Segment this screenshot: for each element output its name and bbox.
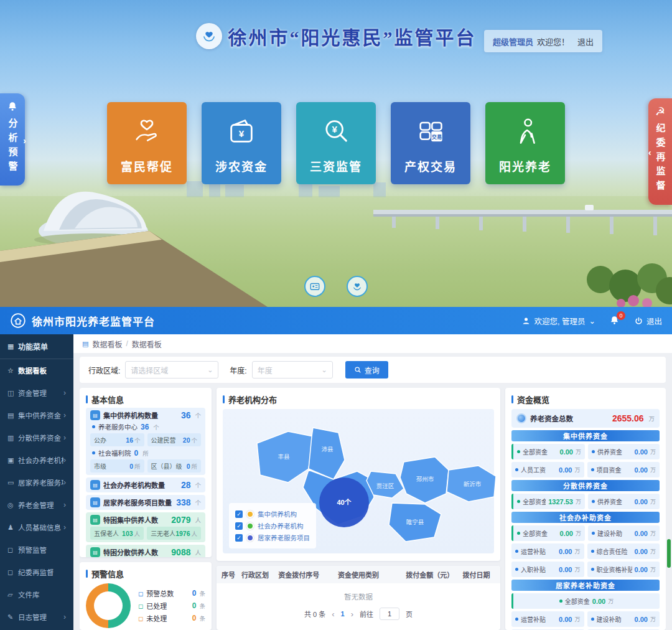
checkbox-central-institutions[interactable]: ✓ bbox=[235, 510, 243, 518]
hand-heart-icon bbox=[129, 114, 164, 149]
tile-sanzi-jianguan[interactable]: ¥ 三资监管 bbox=[296, 102, 376, 184]
region-label: 睢宁县 bbox=[406, 519, 424, 525]
next-page-button[interactable]: › bbox=[351, 609, 353, 619]
welcome-text: 欢迎您, 管理员 bbox=[534, 315, 586, 327]
tile-label: 富民帮促 bbox=[121, 158, 173, 174]
warning-donut-chart bbox=[86, 583, 131, 628]
warning-total-row: ◻ 预警总数 0 条 bbox=[138, 588, 205, 598]
basic-info-title: 基本信息 bbox=[91, 393, 124, 405]
region-label: 新沂市 bbox=[464, 481, 482, 487]
sidebar-item-personnel-info[interactable]: ♟ 人员基础信息 › bbox=[0, 516, 73, 538]
fund-cell: 职业资格补贴0.00万 bbox=[587, 562, 660, 577]
region-filter-label: 行政区域: bbox=[88, 365, 120, 375]
dashboard-logo-icon bbox=[10, 313, 26, 329]
sidebar-item-warning-supervision[interactable]: ◻ 预警监管 bbox=[0, 538, 73, 561]
coin-icon: ◎ bbox=[7, 501, 18, 509]
stat-subcell: 市级0所 bbox=[90, 459, 144, 472]
doc-badge-icon: ▤ bbox=[90, 547, 100, 557]
funds-panel-title: 资金概览 bbox=[517, 393, 549, 405]
stat-subcell: 区（县）级0所 bbox=[147, 459, 202, 472]
yellow-pin-icon bbox=[246, 510, 254, 518]
tile-fumin-bangcu[interactable]: 富民帮促 bbox=[107, 102, 187, 184]
stat-subcell: 五保老人103人 bbox=[90, 527, 144, 540]
fund-cell: 综合责任险0.00万 bbox=[587, 543, 660, 559]
section-social-subsidy-funds: 社会办补助资金 bbox=[511, 512, 660, 523]
id-card-button[interactable] bbox=[304, 276, 325, 297]
tile-label: 涉农资金 bbox=[215, 158, 268, 174]
fund-cell: 建设补助0.00万 bbox=[588, 525, 660, 541]
tile-yangguang-yanglao[interactable]: 阳光养老 bbox=[485, 102, 565, 184]
magnifier-yuan-icon: ¥ bbox=[319, 114, 353, 149]
region-select[interactable]: 请选择区域 ⌄ bbox=[125, 361, 218, 378]
region-label: 丰县 bbox=[278, 453, 289, 460]
sidebar-item-funds-management[interactable]: ◫ 资金管理 › bbox=[0, 382, 73, 404]
chevron-right-icon: › bbox=[63, 613, 66, 621]
sidebar-item-home-care-projects[interactable]: ▭ 居家养老服务项目 › bbox=[0, 471, 73, 494]
year-select[interactable]: 年度 ⌄ bbox=[252, 361, 333, 378]
search-icon bbox=[354, 366, 362, 374]
section-central-support-funds: 集中供养资金 bbox=[511, 430, 660, 441]
search-button[interactable]: 查询 bbox=[345, 361, 388, 378]
bell-icon: ◻ bbox=[138, 603, 143, 609]
tile-shenong-zijin[interactable]: ¥ 涉农资金 bbox=[202, 102, 281, 184]
fund-cell: 全部资金0.00万 bbox=[511, 525, 585, 541]
chevron-down-icon: ⌄ bbox=[207, 366, 213, 374]
home-care-projects-card: ▤ 居家养老服务项目数量 338 个 bbox=[86, 495, 205, 510]
hero-logout-button[interactable]: 退出 bbox=[577, 35, 594, 47]
sidebar-menu-header: ▦ 功能菜单 bbox=[0, 334, 73, 359]
person-icon: ♟ bbox=[7, 524, 18, 532]
bell-icon bbox=[7, 101, 18, 112]
sidebar-item-discipline-supervision[interactable]: ◻ 纪委再监督 bbox=[0, 561, 73, 583]
svg-text:¥: ¥ bbox=[332, 124, 337, 134]
user-icon bbox=[521, 316, 531, 326]
region-label: 沛县 bbox=[321, 446, 333, 453]
sidebar-item-central-support-funds[interactable]: ▤ 集中供养资金 › bbox=[0, 404, 73, 426]
discipline-supervision-tab[interactable]: ☭ 纪委再监督 ‹ bbox=[648, 98, 672, 205]
fund-cell: 运营补贴0.00万 bbox=[511, 543, 584, 559]
folder-icon: ▱ bbox=[7, 591, 18, 599]
map-legend: ✓ 集中供养机构 ✓ 社会办养老机构 ✓ bbox=[229, 503, 316, 548]
sidebar-item-dashboard[interactable]: ☆ 数据看板 bbox=[0, 359, 73, 382]
total-pension-funds-row: 养老资金总数 2655.06 万 bbox=[511, 409, 660, 428]
current-page-button[interactable]: 1 bbox=[341, 610, 345, 618]
stat-subcell: 公建民营20个 bbox=[147, 433, 202, 446]
sidebar-item-social-elder-institutions[interactable]: ▣ 社会办养老机构 › bbox=[0, 449, 73, 471]
fund-cell: 建设补助0.00万 bbox=[587, 611, 660, 627]
prev-page-button[interactable]: ‹ bbox=[332, 609, 334, 619]
central-support-population-card: ▤ 特困集中供养人数 2079 人 五保老人103人 三无老人1976人 bbox=[86, 512, 205, 542]
total-count-label: 共 0 条 bbox=[304, 609, 325, 619]
stat-value: 36 bbox=[181, 410, 191, 420]
institution-distribution-panel: 养老机构分布 bbox=[217, 388, 500, 561]
section-scattered-support-funds: 分散供养资金 bbox=[511, 480, 660, 491]
warning-info-panel: 预警信息 ◻ 预警总数 0 条 ◻ 已处理 bbox=[80, 562, 212, 630]
scrollbar-thumb[interactable] bbox=[667, 539, 671, 568]
sidebar: ▦ 功能菜单 ☆ 数据看板 ◫ 资金管理 › ▤ 集中供养资金 › ▥ 分散供养… bbox=[0, 334, 73, 630]
sidebar-item-file-library[interactable]: ▱ 文件库 bbox=[0, 583, 73, 606]
funds-allocation-table: 序号 行政区划 资金拨付序号 资金使用类别 拨付金额（元） 拨付日期 暂无数据 … bbox=[217, 566, 500, 630]
checkbox-social-institutions[interactable]: ✓ bbox=[235, 522, 243, 530]
analysis-warning-tab[interactable]: 分析预警 › bbox=[0, 93, 25, 186]
chevron-right-icon: › bbox=[63, 523, 66, 532]
doc-badge-icon: ▤ bbox=[90, 497, 100, 507]
menu-grid-icon: ▦ bbox=[7, 342, 18, 350]
tile-chanquan-jiaoyi[interactable]: 交易 产权交易 bbox=[391, 102, 470, 184]
elderly-person-icon bbox=[508, 114, 543, 149]
sidebar-item-pension-management[interactable]: ◎ 养老金管理 › bbox=[0, 494, 73, 516]
svg-text:¥: ¥ bbox=[239, 128, 245, 139]
green-pin-icon bbox=[246, 522, 254, 530]
checkbox-home-care-projects[interactable]: ✓ bbox=[235, 534, 243, 542]
bell-icon: ◻ bbox=[138, 590, 143, 597]
fund-cell: 入职补贴0.00万 bbox=[511, 562, 584, 577]
warning-unhandled-row: ◻ 未处理 0 条 bbox=[138, 613, 205, 623]
goto-page-input[interactable] bbox=[380, 608, 399, 620]
notification-bell-button[interactable]: 0 bbox=[609, 315, 620, 326]
user-menu[interactable]: 欢迎您, 管理员 ⌄ bbox=[521, 315, 595, 327]
hero-quick-buttons bbox=[304, 276, 368, 297]
logout-button[interactable]: 退出 bbox=[634, 315, 662, 327]
basic-info-panel: 基本信息 ▤ 集中供养机构数量 36 个 养老服务中心36个 公办16个 公建民… bbox=[80, 388, 212, 557]
care-heart-button[interactable] bbox=[347, 276, 368, 297]
breadcrumb-root[interactable]: 数据看板 bbox=[92, 339, 122, 349]
sidebar-item-log-management[interactable]: ✎ 日志管理 › bbox=[0, 606, 73, 628]
sidebar-item-scattered-support-funds[interactable]: ▥ 分散供养资金 › bbox=[0, 426, 73, 449]
map-panel-title: 养老机构分布 bbox=[228, 393, 277, 405]
